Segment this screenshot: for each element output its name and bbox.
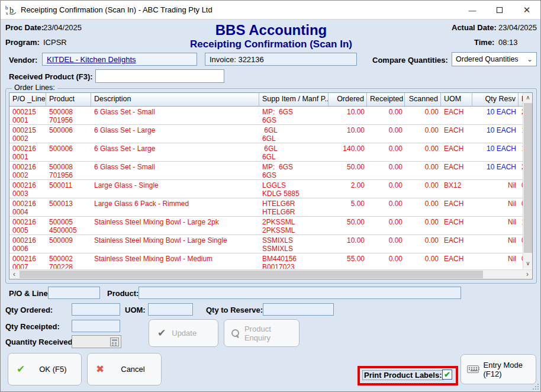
ok-button-label: OK (F5): [39, 365, 66, 374]
order-line-cell: 10 EACH: [472, 162, 519, 179]
order-line-cell: 000216 0002: [9, 162, 46, 179]
vendor-link[interactable]: KITDEL - Kitchen Delights: [47, 55, 136, 64]
order-lines-rows: 000215 0001500008 7019566 Glass Set - Sm…: [9, 107, 524, 269]
uom-detail-field[interactable]: [148, 303, 193, 316]
proc-date-value: 23/04/2025: [43, 23, 82, 32]
maximize-button[interactable]: [486, 1, 513, 20]
order-line-cell: 6GL 6GL: [259, 143, 329, 161]
col-ordered[interactable]: Ordered: [329, 93, 367, 106]
scroll-down-icon[interactable]: ∨: [523, 259, 533, 269]
col-qty-resv[interactable]: Qty Resv: [472, 93, 519, 106]
product-detail-field[interactable]: [139, 287, 461, 299]
qty-ordered-field[interactable]: [72, 303, 120, 316]
order-line-cell: Large Glass 6 Pack - Rimmed: [91, 198, 259, 216]
order-line-cell: 0.00: [405, 125, 441, 143]
col-po-line[interactable]: P/O _Line: [9, 93, 46, 106]
order-line-cell: 0.00: [367, 180, 405, 198]
order-line-cell: HTELG6R HTELG6R: [259, 198, 329, 216]
magnifier-icon: [231, 329, 240, 338]
order-line-cell: 0.00: [367, 217, 405, 234]
order-line-cell: 000216 0007: [9, 253, 46, 269]
order-line-cell: Nil: [472, 253, 519, 269]
grid-header-row: P/O _Line Product Description Supp Item …: [9, 93, 524, 107]
cancel-button[interactable]: ✖ Cancel: [87, 353, 162, 385]
quantity-received-field[interactable]: [72, 335, 121, 348]
update-button[interactable]: ✔ Update: [149, 319, 218, 347]
grid-vertical-scrollbar[interactable]: ∧ ∨: [523, 93, 532, 269]
product-enquiry-button[interactable]: Product Enquiry: [224, 319, 300, 347]
col-supp-item[interactable]: Supp Item / Manf P...: [259, 93, 329, 106]
po-line-detail-field[interactable]: [48, 287, 100, 299]
col-description[interactable]: Description: [91, 93, 259, 106]
compare-quantities-select[interactable]: Ordered Quantities ⌄: [452, 52, 537, 66]
order-line-row[interactable]: 000215 0001500008 7019566 Glass Set - Sm…: [9, 107, 524, 125]
scroll-right-icon[interactable]: ›: [523, 270, 532, 279]
maximize-icon: [497, 7, 503, 13]
order-line-cell: EACH: [441, 198, 472, 216]
col-receipted[interactable]: Receipted: [367, 93, 405, 106]
order-line-cell: 0.00: [405, 198, 441, 216]
time-value: 08:13: [498, 38, 518, 47]
order-line-cell: EACH: [441, 217, 472, 234]
actual-date-value: 23/04/2025: [498, 23, 537, 32]
qty-to-reserve-label: Qty to Reserve:: [206, 306, 263, 314]
calculator-icon[interactable]: [110, 338, 119, 346]
scroll-left-icon[interactable]: ‹: [9, 270, 19, 279]
col-scanned[interactable]: Scanned: [405, 93, 441, 106]
order-line-row[interactable]: 000216 0001500006 6 Glass Set - Large 6G…: [9, 143, 524, 162]
order-line-cell: 500011: [46, 180, 91, 198]
order-lines-legend: Order Lines:: [12, 83, 57, 92]
order-line-row[interactable]: 000216 0005500005 4500005Stainless Steel…: [9, 217, 524, 235]
col-product[interactable]: Product: [46, 93, 91, 106]
grid-horizontal-scrollbar[interactable]: ‹ ›: [9, 269, 532, 279]
app-window: b s b Receipting Confirmation (Scan In) …: [0, 0, 541, 392]
scroll-up-icon[interactable]: ∧: [523, 93, 533, 103]
po-line-detail-label: P/O & Line:: [9, 289, 50, 298]
col-uom[interactable]: UOM: [441, 93, 472, 106]
order-line-cell: 500009: [46, 235, 91, 253]
order-line-cell: 55.00: [329, 253, 367, 269]
qty-to-reserve-field[interactable]: [263, 303, 334, 316]
order-line-row[interactable]: 000216 0002500008 7019566 Glass Set - Sm…: [9, 162, 524, 180]
order-line-cell: 000216 0005: [9, 217, 46, 234]
title-bar: b s b Receipting Confirmation (Scan In) …: [1, 1, 540, 20]
close-button[interactable]: ✕: [513, 1, 540, 20]
order-line-cell: 0.00: [405, 217, 441, 234]
order-line-cell: 10 EACH: [472, 143, 519, 161]
order-line-cell: Nil: [472, 235, 519, 253]
order-line-row[interactable]: 000216 0007500002 700228Stainless Steel …: [9, 253, 524, 269]
order-line-cell: 000216 0004: [9, 198, 46, 216]
order-line-cell: MP: 6GS 6GS: [259, 162, 329, 179]
received-product-input[interactable]: [95, 69, 224, 83]
minimize-button[interactable]: —: [459, 1, 486, 20]
order-line-row[interactable]: 000216 0004500013 Large Glass 6 Pack - R…: [9, 198, 524, 217]
order-line-row[interactable]: 000216 0003500011 Large Glass - SingleLG…: [9, 180, 524, 198]
order-line-cell: Nil: [472, 217, 519, 234]
vendor-field[interactable]: KITDEL - Kitchen Delights: [42, 53, 197, 66]
order-line-row[interactable]: 000216 0006500009 Stainless Steel Mixing…: [9, 235, 524, 253]
order-line-cell: EACH: [441, 107, 472, 124]
order-line-cell: 140.00: [329, 143, 367, 161]
grid-hscroll-thumb[interactable]: [20, 271, 483, 278]
order-line-cell: 2PKSSML 2PKSSML: [259, 217, 329, 234]
entry-mode-button[interactable]: Entry Mode (F12): [461, 354, 536, 384]
order-line-cell: 6 Glass Set - Large: [91, 143, 259, 161]
order-line-cell: BX12: [441, 180, 472, 198]
order-line-cell: 0.00: [405, 143, 441, 161]
ok-button[interactable]: ✔ OK (F5): [8, 353, 82, 385]
print-product-labels-checkbox[interactable]: ✔: [442, 369, 452, 380]
grid-vscroll-thumb[interactable]: [524, 103, 532, 253]
order-line-cell: 2.00: [329, 180, 367, 198]
order-line-cell: BM440156 B0017023: [259, 253, 329, 269]
order-line-cell: 500006: [46, 125, 91, 143]
resize-grip[interactable]: [533, 384, 539, 390]
qty-receipted-field[interactable]: [72, 320, 120, 332]
order-line-cell: 0.00: [367, 143, 405, 161]
order-line-cell: 6 Glass Set - Large: [91, 125, 259, 143]
order-line-row[interactable]: 000215 0002500006 6 Glass Set - Large 6G…: [9, 125, 524, 143]
order-line-cell: Large Glass - Single: [91, 180, 259, 198]
invoice-field[interactable]: Invoice: 322136: [205, 53, 357, 66]
order-line-cell: Nil: [472, 198, 519, 216]
check-icon: ✔: [157, 327, 166, 339]
chevron-down-icon: ⌄: [527, 55, 533, 63]
